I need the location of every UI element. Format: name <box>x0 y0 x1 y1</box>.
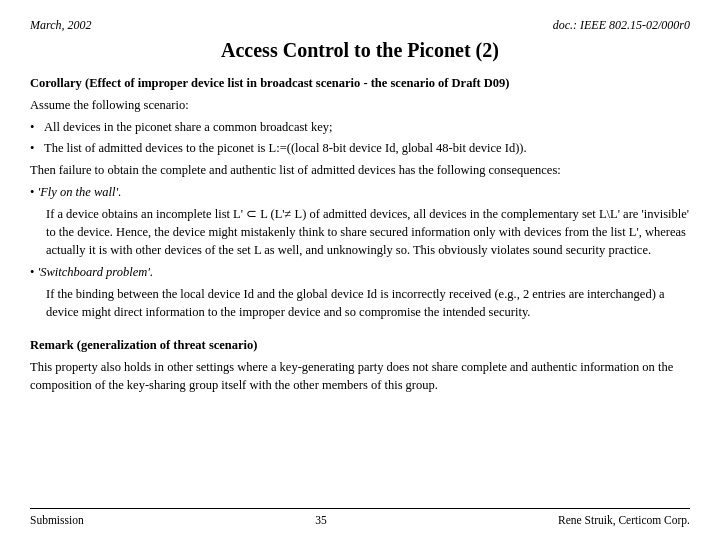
switchboard-body: If the binding between the local device … <box>30 285 690 321</box>
bullet-2: • The list of admitted devices to the pi… <box>30 139 690 157</box>
sub-bullet-2-label: • 'Switchboard problem'. <box>30 263 690 281</box>
footer-left: Submission <box>30 514 84 526</box>
footer-right: Rene Struik, Certicom Corp. <box>558 514 690 526</box>
page-title: Access Control to the Piconet (2) <box>30 39 690 62</box>
switchboard-italic: 'Switchboard problem'. <box>38 265 154 279</box>
bullet-marker-1: • <box>30 118 44 136</box>
fly-on-wall-body: If a device obtains an incomplete list L… <box>30 205 690 259</box>
remark-heading: Remark (generalization of threat scenari… <box>30 336 690 354</box>
bullet-text-1: All devices in the piconet share a commo… <box>44 118 690 136</box>
footer-center: 35 <box>315 514 327 526</box>
page: March, 2002 doc.: IEEE 802.15-02/000r0 A… <box>0 0 720 540</box>
then-failure-text: Then failure to obtain the complete and … <box>30 161 690 179</box>
header-doc: doc.: IEEE 802.15-02/000r0 <box>553 18 690 33</box>
sub-bullet-1-label: • 'Fly on the wall'. <box>30 183 690 201</box>
corollary-heading: Corollary (Effect of improper device lis… <box>30 74 690 92</box>
switchboard-label: • 'Switchboard problem'. <box>30 265 153 279</box>
fly-on-wall-italic: 'Fly on the wall'. <box>38 185 122 199</box>
remark-section: Remark (generalization of threat scenari… <box>30 336 690 394</box>
footer: Submission 35 Rene Struik, Certicom Corp… <box>30 508 690 526</box>
bullet-marker-2: • <box>30 139 44 157</box>
bullet-text-2: The list of admitted devices to the pico… <box>44 139 690 157</box>
fly-on-wall-label: • 'Fly on the wall'. <box>30 185 121 199</box>
main-content: Corollary (Effect of improper device lis… <box>30 74 690 500</box>
remark-body: This property also holds in other settin… <box>30 358 690 394</box>
header-date: March, 2002 <box>30 18 92 33</box>
header: March, 2002 doc.: IEEE 802.15-02/000r0 <box>30 18 690 33</box>
bullet-1: • All devices in the piconet share a com… <box>30 118 690 136</box>
assume-text: Assume the following scenario: <box>30 96 690 114</box>
